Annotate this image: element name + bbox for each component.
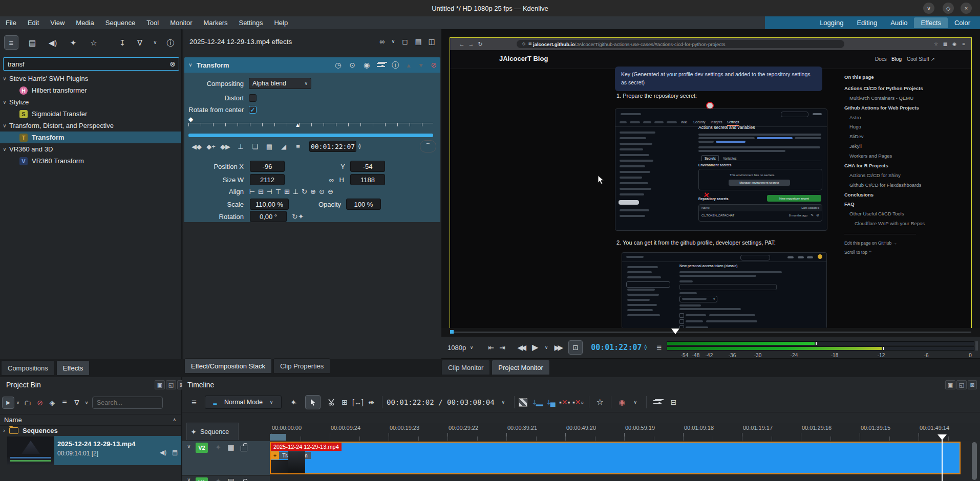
show-effect-icon[interactable]: ◉ bbox=[359, 61, 374, 69]
audio-icon[interactable]: ◀) bbox=[160, 449, 166, 455]
float-panel-icon[interactable]: ◱ bbox=[956, 380, 967, 389]
filter-icon[interactable]: ∇ bbox=[133, 36, 146, 49]
rotation-field[interactable]: 0,00 ° bbox=[250, 211, 287, 222]
menu-monitor[interactable]: Monitor bbox=[164, 16, 198, 29]
move-up-icon[interactable]: ▴ bbox=[402, 61, 415, 69]
align-vcenter-icon[interactable]: ⊞ bbox=[283, 187, 291, 196]
tab-project-monitor[interactable]: Project Monitor bbox=[492, 360, 549, 375]
pin-panel-icon[interactable]: ▣ bbox=[155, 380, 165, 389]
menu-markers[interactable]: Markers bbox=[198, 16, 233, 29]
info-icon[interactable]: ⓘ bbox=[388, 61, 402, 69]
bin-menu-icon[interactable]: ≡ bbox=[58, 397, 71, 409]
subtitle-icon[interactable]: ⊟ bbox=[667, 396, 680, 408]
track-effects-icon[interactable]: ✦ bbox=[212, 444, 224, 451]
scale-field[interactable]: 110,00 % bbox=[250, 199, 289, 210]
align-top-icon[interactable]: ⊤ bbox=[274, 187, 283, 196]
close-button[interactable]: × bbox=[961, 3, 972, 14]
minimize-button[interactable]: ∨ bbox=[923, 3, 934, 14]
workspace-tab-editing[interactable]: Editing bbox=[850, 17, 884, 28]
clear-search-icon[interactable]: ⊗ bbox=[169, 60, 176, 68]
monitor-timecode[interactable]: 00:01:22:07 bbox=[591, 343, 642, 352]
timeline-timecodes[interactable]: 00:01:22:02 / 00:03:08:04 bbox=[387, 398, 495, 406]
link-clip-icon[interactable]: ∞ bbox=[376, 38, 388, 45]
collapse-track-icon[interactable]: ∨ bbox=[182, 444, 196, 449]
download-effects-icon[interactable]: ↧ bbox=[116, 36, 129, 49]
chevron-down-icon[interactable]: ∨ bbox=[466, 342, 477, 353]
zone-icon[interactable]: ◻ bbox=[398, 38, 412, 45]
lock-track-icon[interactable] bbox=[241, 446, 247, 451]
align-right-icon[interactable]: ⊣ bbox=[265, 187, 274, 196]
rotate-icon[interactable]: ↻✦ bbox=[292, 213, 304, 220]
keyframe-ruler[interactable]: ◆ ▲ bbox=[188, 118, 433, 131]
chevron-down-icon[interactable]: ∨ bbox=[541, 342, 552, 353]
menu-file[interactable]: File bbox=[0, 16, 22, 29]
zone-crop-icon[interactable]: ⊡ bbox=[568, 340, 583, 355]
keyframe-ease-icon[interactable]: ◢ bbox=[278, 141, 290, 152]
video-effects-icon[interactable]: ▤ bbox=[26, 36, 39, 49]
menu-tool[interactable]: Tool bbox=[141, 16, 164, 29]
rewind-icon[interactable]: ◀◀ bbox=[515, 342, 526, 353]
restore-button[interactable]: ◇ bbox=[943, 3, 954, 14]
sort-ascending-icon[interactable]: ∧ bbox=[173, 418, 176, 422]
presets-icon[interactable] bbox=[374, 62, 388, 68]
chevron-down-icon[interactable]: ∨ bbox=[148, 36, 162, 49]
timeline-zone-marker[interactable] bbox=[270, 434, 286, 441]
effects-category[interactable]: ∨Steve Harris' SWH Plugins bbox=[0, 73, 181, 84]
monitor-menu-icon[interactable]: ≡ bbox=[653, 342, 665, 353]
paste-keyframes-icon[interactable]: ▤ bbox=[263, 141, 275, 152]
transparency-icon[interactable] bbox=[519, 398, 527, 407]
zoom-original-icon[interactable]: ⊙ bbox=[317, 187, 326, 196]
position-x-field[interactable]: -96 bbox=[250, 161, 285, 172]
position-y-field[interactable]: -54 bbox=[350, 161, 385, 172]
timeline-scrollbar[interactable] bbox=[972, 442, 977, 480]
lift-zone-icon[interactable]: ▪✕▫ bbox=[571, 396, 585, 408]
timecode-spinner[interactable]: ∧∨ bbox=[358, 144, 361, 149]
razor-tool-icon[interactable] bbox=[325, 396, 338, 408]
play-icon[interactable]: ▶ bbox=[529, 342, 541, 353]
effects-category[interactable]: ∨VR360 and 3D bbox=[0, 143, 181, 155]
link-size-icon[interactable]: ∞ bbox=[285, 176, 334, 184]
favorite-effects-icon[interactable]: ☆ bbox=[593, 396, 607, 408]
collapse-track-icon[interactable]: ∨ bbox=[182, 477, 196, 481]
effect-item-vr360-transform[interactable]: VVR360 Transform bbox=[0, 155, 181, 167]
compare-icon[interactable]: ◫ bbox=[425, 38, 438, 45]
align-left-icon[interactable]: ⊢ bbox=[248, 187, 257, 196]
workspace-tab-color[interactable]: Color bbox=[948, 17, 977, 28]
bin-clip-row[interactable]: 2025-12-24 12-29-13.mp4 00:09:14:01 [2] … bbox=[54, 436, 181, 465]
tab-compositions[interactable]: Compositions bbox=[1, 360, 55, 376]
chevron-down-icon[interactable]: ∨ bbox=[497, 396, 510, 408]
track-label-v1[interactable]: V1 bbox=[196, 477, 208, 481]
effect-item-hilbert-transformer[interactable]: HHilbert transformer bbox=[0, 84, 181, 96]
create-folder-icon[interactable]: 🗀 bbox=[22, 397, 34, 409]
bin-search-input[interactable] bbox=[93, 399, 162, 406]
custom-effects-icon[interactable]: ✦ bbox=[67, 36, 80, 49]
chevron-down-icon[interactable]: ∨ bbox=[83, 397, 90, 409]
effects-category[interactable]: ∨Transform, Distort, and Perspective bbox=[0, 120, 181, 132]
size-w-field[interactable]: 2112 bbox=[250, 174, 285, 185]
opacity-field[interactable]: 100 % bbox=[346, 199, 381, 210]
pin-panel-icon[interactable]: ▣ bbox=[945, 380, 955, 389]
rotate-from-center-checkbox[interactable]: ✓ bbox=[249, 106, 257, 114]
tab-clip-properties[interactable]: Clip Properties bbox=[273, 358, 330, 374]
resize-tool-icon[interactable]: ⇹ bbox=[365, 396, 378, 408]
favorite-effects-icon[interactable]: ☆ bbox=[87, 36, 100, 49]
tab-effect-composition-stack[interactable]: Effect/Composition Stack bbox=[184, 358, 272, 374]
timeline-clip[interactable]: 2025-12-24 12-29-13.mp4 ✦ Transform bbox=[270, 442, 961, 474]
move-down-icon[interactable]: ▾ bbox=[415, 61, 427, 69]
track-header-v1[interactable]: ∨ V1 ✦ ▤ bbox=[182, 476, 270, 481]
effect-item-sigmoidal-transfer[interactable]: SSigmoidal Transfer bbox=[0, 108, 181, 120]
monitor-timecode-spinner[interactable]: ∧∨ bbox=[644, 345, 648, 350]
add-keyframe-icon[interactable]: ◆+ bbox=[205, 141, 217, 152]
overwrite-zone-icon[interactable]: ⤓▄ bbox=[545, 396, 558, 408]
keyframe-timecode-field[interactable]: 00:01:22:07 bbox=[309, 141, 356, 152]
monitor-video-frame[interactable]: ← → ↻ ◇ ⊠ jalcocert.github.io /JAlcocerT… bbox=[450, 37, 972, 329]
collapse-icon[interactable]: ∨ bbox=[184, 62, 197, 68]
insert-zone-icon[interactable]: ⤓▂ bbox=[531, 396, 545, 408]
zone-start-marker[interactable] bbox=[450, 330, 454, 334]
chevron-down-icon[interactable]: ∨ bbox=[14, 397, 22, 409]
keyframe-diamond-icon[interactable]: ◆ bbox=[188, 116, 193, 123]
video-icon[interactable]: ▤ bbox=[172, 449, 178, 455]
fit-zoom-icon[interactable]: [↔] bbox=[351, 396, 365, 408]
transform-effect-header[interactable]: ∨ Transform ◷ ⊙ ◉ ⓘ ▴ ▾ ⊘ bbox=[184, 57, 440, 73]
previous-keyframe-icon[interactable]: ◀◆ bbox=[190, 141, 203, 152]
